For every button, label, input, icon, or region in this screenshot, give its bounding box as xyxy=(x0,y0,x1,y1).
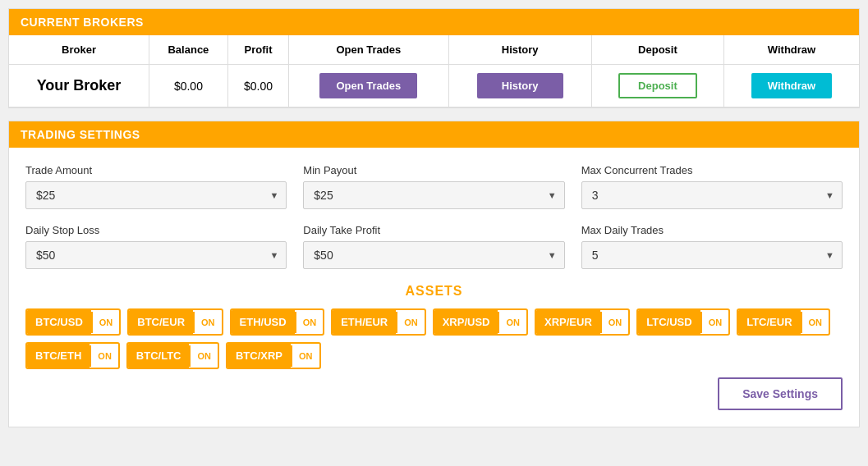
col-open-trades: Open Trades xyxy=(289,35,448,65)
asset-label: BTC/XRP xyxy=(227,344,291,368)
trade-amount-wrapper: $25 xyxy=(25,181,287,209)
col-withdraw: Withdraw xyxy=(724,35,859,65)
col-balance: Balance xyxy=(149,35,228,65)
profit-cell: $0.00 xyxy=(227,65,288,107)
current-brokers-header: CURRENT BROKERS xyxy=(9,9,859,35)
asset-button-btc-eth[interactable]: BTC/ETHON xyxy=(25,342,120,369)
daily-stop-loss-group: Daily Stop Loss $50 xyxy=(25,224,287,269)
max-concurrent-trades-wrapper: 3 xyxy=(581,181,843,209)
history-button[interactable]: History xyxy=(477,73,563,98)
daily-take-profit-wrapper: $50 xyxy=(303,241,564,269)
asset-label: LTC/USD xyxy=(638,310,700,334)
max-concurrent-trades-group: Max Concurrent Trades 3 xyxy=(581,164,843,209)
asset-toggle[interactable]: ON xyxy=(396,312,425,333)
col-broker: Broker xyxy=(9,35,149,65)
daily-take-profit-group: Daily Take Profit $50 xyxy=(303,224,564,269)
open-trades-button[interactable]: Open Trades xyxy=(319,73,417,98)
assets-section: ASSETS BTC/USDONBTC/EURONETH/USDONETH/EU… xyxy=(25,284,843,369)
daily-take-profit-label: Daily Take Profit xyxy=(303,224,564,236)
min-payout-wrapper: $25 xyxy=(303,181,564,209)
asset-toggle[interactable]: ON xyxy=(700,312,729,333)
deposit-cell: Deposit xyxy=(591,65,723,107)
asset-button-btc-xrp[interactable]: BTC/XRPON xyxy=(226,342,321,369)
form-row-2: Daily Stop Loss $50 Daily Take Profit $5… xyxy=(25,224,843,269)
col-deposit: Deposit xyxy=(591,35,723,65)
withdraw-button[interactable]: Withdraw xyxy=(751,73,832,98)
deposit-button[interactable]: Deposit xyxy=(618,73,697,98)
broker-name: Your Broker xyxy=(37,77,122,94)
asset-label: BTC/EUR xyxy=(129,310,193,334)
assets-title: ASSETS xyxy=(25,284,843,299)
balance-cell: $0.00 xyxy=(149,65,228,107)
asset-button-ltc-eur[interactable]: LTC/EURON xyxy=(737,308,830,336)
withdraw-cell: Withdraw xyxy=(724,65,859,107)
asset-toggle[interactable]: ON xyxy=(295,312,324,333)
trade-amount-select[interactable]: $25 xyxy=(25,181,287,209)
save-row: Save Settings xyxy=(25,377,843,414)
balance-value: $0.00 xyxy=(174,80,203,93)
trading-settings-header: TRADING SETTINGS xyxy=(9,121,859,148)
broker-name-cell: Your Broker xyxy=(9,65,149,107)
assets-grid: BTC/USDONBTC/EURONETH/USDONETH/EURONXRP/… xyxy=(25,308,843,369)
asset-label: BTC/USD xyxy=(27,310,91,334)
asset-button-btc-ltc[interactable]: BTC/LTCON xyxy=(126,342,219,369)
daily-stop-loss-wrapper: $50 xyxy=(25,241,287,269)
asset-button-btc-usd[interactable]: BTC/USDON xyxy=(25,308,121,336)
max-daily-trades-group: Max Daily Trades 5 xyxy=(581,224,843,269)
min-payout-select[interactable]: $25 xyxy=(303,181,564,209)
daily-take-profit-select[interactable]: $50 xyxy=(303,241,564,269)
current-brokers-section: CURRENT BROKERS Broker Balance Profit Op… xyxy=(8,8,860,108)
trading-settings-section: TRADING SETTINGS Trade Amount $25 Min Pa… xyxy=(8,121,860,427)
trading-settings-title: TRADING SETTINGS xyxy=(21,128,140,141)
max-concurrent-trades-label: Max Concurrent Trades xyxy=(581,164,843,176)
asset-label: ETH/USD xyxy=(232,310,295,334)
col-history: History xyxy=(448,35,591,65)
open-trades-cell: Open Trades xyxy=(289,65,448,107)
table-row: Your Broker $0.00 $0.00 Open Trades Hist… xyxy=(9,65,859,107)
asset-label: BTC/ETH xyxy=(27,344,90,368)
asset-button-xrp-usd[interactable]: XRP/USDON xyxy=(433,308,528,336)
asset-label: XRP/EUR xyxy=(536,310,600,334)
asset-button-ltc-usd[interactable]: LTC/USDON xyxy=(636,308,730,336)
asset-toggle[interactable]: ON xyxy=(498,312,526,333)
max-concurrent-trades-select[interactable]: 3 xyxy=(581,181,843,209)
max-daily-trades-wrapper: 5 xyxy=(581,241,843,269)
asset-label: XRP/USD xyxy=(434,310,498,334)
asset-toggle[interactable]: ON xyxy=(291,345,319,367)
trading-settings-body: Trade Amount $25 Min Payout $25 Max Conc… xyxy=(9,148,859,427)
history-cell: History xyxy=(448,65,591,107)
min-payout-label: Min Payout xyxy=(303,164,564,176)
daily-stop-loss-label: Daily Stop Loss xyxy=(25,224,287,236)
min-payout-group: Min Payout $25 xyxy=(303,164,564,209)
asset-button-xrp-eur[interactable]: XRP/EURON xyxy=(535,308,630,336)
current-brokers-title: CURRENT BROKERS xyxy=(21,16,144,29)
asset-toggle[interactable]: ON xyxy=(90,345,118,367)
asset-toggle[interactable]: ON xyxy=(189,345,218,367)
broker-table: Broker Balance Profit Open Trades Histor… xyxy=(9,35,859,107)
col-profit: Profit xyxy=(227,35,288,65)
save-settings-button[interactable]: Save Settings xyxy=(718,377,843,410)
asset-toggle[interactable]: ON xyxy=(193,312,222,333)
max-daily-trades-select[interactable]: 5 xyxy=(581,241,843,269)
form-row-1: Trade Amount $25 Min Payout $25 Max Conc… xyxy=(25,164,843,209)
asset-button-eth-usd[interactable]: ETH/USDON xyxy=(230,308,325,336)
max-daily-trades-label: Max Daily Trades xyxy=(581,224,843,236)
asset-label: LTC/EUR xyxy=(738,310,800,334)
asset-toggle[interactable]: ON xyxy=(600,312,629,333)
trade-amount-label: Trade Amount xyxy=(25,164,287,176)
asset-button-eth-eur[interactable]: ETH/EURON xyxy=(331,308,426,336)
asset-toggle[interactable]: ON xyxy=(801,312,829,333)
profit-value: $0.00 xyxy=(244,80,273,93)
asset-label: BTC/LTC xyxy=(128,344,190,368)
trade-amount-group: Trade Amount $25 xyxy=(25,164,287,209)
asset-button-btc-eur[interactable]: BTC/EURON xyxy=(127,308,223,336)
daily-stop-loss-select[interactable]: $50 xyxy=(25,241,287,269)
asset-toggle[interactable]: ON xyxy=(91,312,120,333)
asset-label: ETH/EUR xyxy=(333,310,396,334)
